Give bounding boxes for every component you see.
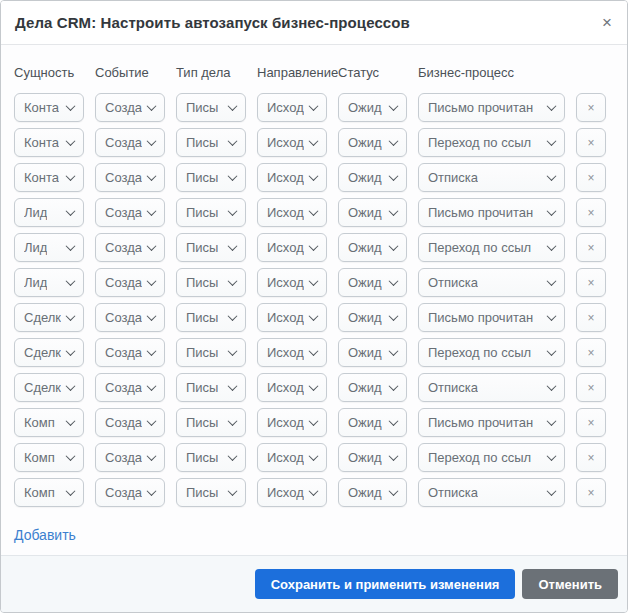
direction-select[interactable]: Исход [257,303,327,332]
status-select[interactable]: Ожид [338,268,407,297]
direction-select[interactable]: Исход [257,443,327,472]
business-process-select[interactable]: Переход по ссыл [418,443,565,472]
direction-select[interactable]: Исход [257,373,327,402]
status-select[interactable]: Ожид [338,478,407,507]
entity-select[interactable]: Комп [14,443,84,472]
event-select[interactable]: Созда [95,128,165,157]
remove-row-button[interactable]: × [576,198,606,227]
business-process-select[interactable]: Переход по ссыл [418,338,565,367]
status-select[interactable]: Ожид [338,443,407,472]
entity-select[interactable]: Комп [14,408,84,437]
dialog-footer: Сохранить и применить изменения Отменить [1,555,627,612]
deal-type-select[interactable]: Писы [176,408,246,437]
entity-select[interactable]: Комп [14,478,84,507]
chevron-down-icon [147,486,157,496]
entity-select[interactable]: Лид [14,233,84,262]
status-select[interactable]: Ожид [338,338,407,367]
entity-select[interactable]: Конта [14,93,84,122]
status-select[interactable]: Ожид [338,373,407,402]
deal-type-select[interactable]: Писы [176,93,246,122]
business-process-select[interactable]: Переход по ссыл [418,128,565,157]
event-select[interactable]: Созда [95,443,165,472]
remove-row-button[interactable]: × [576,408,606,437]
entity-select[interactable]: Лид [14,268,84,297]
save-button[interactable]: Сохранить и применить изменения [255,569,516,599]
status-select[interactable]: Ожид [338,198,407,227]
direction-select[interactable]: Исход [257,478,327,507]
event-select[interactable]: Созда [95,163,165,192]
direction-select[interactable]: Исход [257,408,327,437]
remove-row-button[interactable]: × [576,303,606,332]
direction-select[interactable]: Исход [257,163,327,192]
entity-select[interactable]: Сделк [14,373,84,402]
status-select[interactable]: Ожид [338,233,407,262]
business-process-select[interactable]: Отписка [418,373,565,402]
chevron-down-icon [547,416,557,426]
event-select[interactable]: Созда [95,408,165,437]
event-select[interactable]: Созда [95,198,165,227]
entity-select[interactable]: Конта [14,163,84,192]
event-select[interactable]: Созда [95,233,165,262]
entity-select[interactable]: Конта [14,128,84,157]
chevron-down-icon [66,486,76,496]
deal-type-select[interactable]: Писы [176,163,246,192]
deal-type-select[interactable]: Писы [176,373,246,402]
remove-row-button[interactable]: × [576,373,606,402]
table-row: Комп Созда Писы Исход Ожид Письмо прочит… [14,408,618,437]
column-header-type: Тип дела [176,65,246,80]
deal-type-select[interactable]: Писы [176,443,246,472]
chevron-down-icon [389,416,399,426]
close-icon[interactable]: × [602,14,612,31]
direction-select[interactable]: Исход [257,268,327,297]
status-select[interactable]: Ожид [338,93,407,122]
event-select[interactable]: Созда [95,478,165,507]
status-select[interactable]: Ожид [338,128,407,157]
cancel-button[interactable]: Отменить [522,569,618,599]
status-select[interactable]: Ожид [338,163,407,192]
remove-row-button[interactable]: × [576,478,606,507]
table-row: Конта Созда Писы Исход Ожид Отписка × [14,163,618,192]
deal-type-select[interactable]: Писы [176,198,246,227]
direction-select[interactable]: Исход [257,128,327,157]
business-process-select[interactable]: Письмо прочитан [418,408,565,437]
event-select[interactable]: Созда [95,93,165,122]
deal-type-select[interactable]: Писы [176,268,246,297]
remove-row-button[interactable]: × [576,128,606,157]
remove-row-button[interactable]: × [576,163,606,192]
business-process-select[interactable]: Переход по ссыл [418,233,565,262]
event-select[interactable]: Созда [95,268,165,297]
remove-row-button[interactable]: × [576,233,606,262]
event-select[interactable]: Созда [95,303,165,332]
deal-type-select[interactable]: Писы [176,478,246,507]
remove-row-button[interactable]: × [576,93,606,122]
deal-type-select[interactable]: Писы [176,233,246,262]
deal-type-select[interactable]: Писы [176,303,246,332]
chevron-down-icon [147,381,157,391]
business-process-select[interactable]: Письмо прочитан [418,198,565,227]
entity-select[interactable]: Сделк [14,338,84,367]
table-row: Комп Созда Писы Исход Ожид Переход по сс… [14,443,618,472]
entity-select[interactable]: Лид [14,198,84,227]
direction-select[interactable]: Исход [257,93,327,122]
event-select[interactable]: Созда [95,373,165,402]
deal-type-select[interactable]: Писы [176,338,246,367]
direction-select[interactable]: Исход [257,198,327,227]
business-process-select[interactable]: Письмо прочитан [418,303,565,332]
add-row-link[interactable]: Добавить [14,527,76,543]
remove-row-button[interactable]: × [576,338,606,367]
business-process-select[interactable]: Отписка [418,478,565,507]
status-select[interactable]: Ожид [338,408,407,437]
direction-select[interactable]: Исход [257,338,327,367]
business-process-select[interactable]: Письмо прочитан [418,93,565,122]
deal-type-select[interactable]: Писы [176,128,246,157]
entity-select[interactable]: Сделк [14,303,84,332]
chevron-down-icon [389,276,399,286]
remove-row-button[interactable]: × [576,268,606,297]
direction-select[interactable]: Исход [257,233,327,262]
event-select[interactable]: Созда [95,338,165,367]
business-process-select[interactable]: Отписка [418,268,565,297]
business-process-select[interactable]: Отписка [418,163,565,192]
chevron-down-icon [228,241,238,251]
status-select[interactable]: Ожид [338,303,407,332]
remove-row-button[interactable]: × [576,443,606,472]
